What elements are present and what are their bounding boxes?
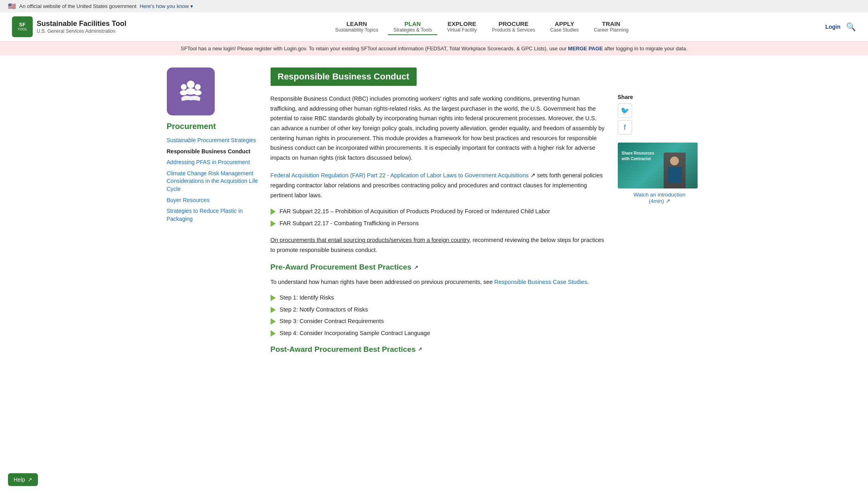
site-name: Sustainable Facilities Tool U.S. General… [37,19,127,35]
list-item: Step 1: Identify Risks [271,294,606,302]
play-arrow-icon [271,208,276,215]
content-sidebar: Share 🐦 f Share Resources with Contracto… [618,94,702,359]
sidebar-item-climate[interactable]: Climate Change Risk Management Considera… [167,170,259,193]
ext-link-icon: ↗ [418,346,422,352]
logo-icon: SF TOOL [12,16,33,37]
main-container: Procurement Sustainable Procurement Stra… [155,56,714,371]
nav-apply[interactable]: APPLY Case Studies [545,19,584,34]
merge-page-link[interactable]: MERGE PAGE [568,46,603,52]
sidebar-item-pfas[interactable]: Addressing PFAS in Procurement [167,159,250,167]
intro-paragraph: Responsible Business Conduct (RBC) inclu… [271,94,606,163]
list-item: Step 2: Notify Contractors of Risks [271,306,606,314]
nav-plan[interactable]: PLAN Strategies & Tools [388,19,438,35]
section2-heading: Post-Award Procurement Best Practices ↗ [271,345,606,354]
people-hands-icon [175,75,207,107]
header-right: Login 🔍 [825,22,856,32]
gov-banner: 🇺🇸 An official website of the United Sta… [0,0,868,12]
list-item: FAR Subpart 22.15 – Prohibition of Acqui… [271,207,606,216]
section2-title: Post-Award Procurement Best Practices [271,345,416,354]
nav-train[interactable]: TRAIN Career Planning [588,19,634,34]
play-arrow-icon [271,295,276,301]
list-item: Step 4: Consider Incorporating Sample Co… [271,329,606,338]
video-image: Share Resources with Contractor [618,143,698,188]
facebook-share-button[interactable]: f [618,120,632,135]
sidebar-nav: Sustainable Procurement Strategies Respo… [167,137,259,223]
twitter-share-button[interactable]: 🐦 [618,103,632,118]
steps-list: Step 1: Identify Risks Step 2: Notify Co… [271,294,606,338]
us-flag-icon: 🇺🇸 [8,2,16,10]
sourcing-note: On procurements that entail sourcing pro… [271,237,471,243]
svg-point-3 [180,90,187,95]
sidebar-item-sustainable-procurement[interactable]: Sustainable Procurement Strategies [167,137,256,145]
alert-text-before: SFTool has a new login! Please register … [181,46,568,52]
play-arrow-icon [271,318,276,325]
site-header: SF TOOL Sustainable Facilities Tool U.S.… [0,12,868,42]
procurement-icon [167,67,215,115]
section1-title: Pre-Award Procurement Best Practices [271,263,411,272]
ext-link-icon: ↗ [529,172,536,179]
case-studies-link[interactable]: Responsible Business Case Studies [494,279,587,285]
gov-banner-text: An official website of the United States… [19,3,136,9]
share-label: Share [618,94,702,100]
bullet-text-1: FAR Subpart 22.15 – Prohibition of Acqui… [280,207,550,216]
play-arrow-icon [271,307,276,313]
sidebar-item-buyer[interactable]: Buyer Resources [167,196,210,204]
video-link[interactable]: Watch an introduction (4min) ↗ [633,192,685,204]
sidebar-item-rbc[interactable]: Responsible Business Conduct [167,148,251,156]
video-caption: Watch an introduction (4min) ↗ [618,192,702,204]
svg-point-5 [194,90,202,95]
logo-area: SF TOOL Sustainable Facilities Tool U.S.… [12,16,127,37]
sidebar-item-plastic[interactable]: Strategies to Reduce Plastic in Packagin… [167,207,259,223]
far-link[interactable]: Federal Acquisition Regulation (FAR) Par… [271,172,529,179]
share-panel: Share 🐦 f [618,94,702,135]
bullet-text-2: FAR Subpart 22.17 - Combating Traffickin… [280,219,419,228]
far-paragraph: Federal Acquisition Regulation (FAR) Par… [271,171,606,200]
site-subtitle: U.S. General Services Administration [37,28,127,35]
svg-point-2 [181,84,186,90]
nav-procure[interactable]: PROCURE Products & Services [486,19,541,34]
content-main: Responsible Business Conduct (RBC) inclu… [271,94,606,359]
step-1: Step 1: Identify Risks [280,294,334,302]
ext-link-icon: ↗ [414,264,418,270]
alert-banner: SFTool has a new login! Please register … [0,42,868,56]
far-bullet-list: FAR Subpart 22.15 – Prohibition of Acqui… [271,207,606,228]
gov-banner-link[interactable]: Here's how you know ▾ [140,3,193,9]
section1-heading: Pre-Award Procurement Best Practices ↗ [271,263,606,272]
site-title: Sustainable Facilities Tool [37,19,127,28]
alert-text-after: after logging in to migrate your data. [603,46,688,52]
main-content: Responsible Business Conduct Responsible… [271,67,702,359]
step-4: Step 4: Consider Incorporating Sample Co… [280,329,430,338]
page-title: Responsible Business Conduct [271,67,417,86]
login-link[interactable]: Login [825,24,840,30]
main-nav: LEARN Sustainability Topics PLAN Strateg… [142,19,821,35]
step-2: Step 2: Notify Contractors of Risks [280,306,368,314]
content-body: Responsible Business Conduct (RBC) inclu… [271,94,702,359]
play-arrow-icon [271,220,276,227]
svg-point-4 [195,84,200,90]
video-person [664,153,686,188]
step-3: Step 3: Consider Contract Requirements [280,317,384,326]
person-head [670,157,679,165]
list-item: Step 3: Consider Contract Requirements [271,317,606,326]
sourcing-paragraph: On procurements that entail sourcing pro… [271,235,606,255]
section1-intro: To understand how human rights have been… [271,277,606,287]
search-button[interactable]: 🔍 [846,22,856,32]
list-item: FAR Subpart 22.17 - Combating Traffickin… [271,219,606,228]
nav-explore[interactable]: EXPLORE Virtual Facility [441,19,482,34]
play-arrow-icon [271,330,276,337]
person-body [668,167,682,183]
nav-learn[interactable]: LEARN Sustainability Topics [330,19,384,34]
section1-intro-end: . [587,279,589,285]
video-overlay-text: Share Resources with Contractor [622,151,654,162]
section1-intro-text: To understand how human rights have been… [271,279,494,285]
video-thumbnail[interactable]: Share Resources with Contractor [618,143,698,188]
svg-point-0 [187,81,194,88]
sidebar-title: Procurement [167,122,259,131]
sidebar: Procurement Sustainable Procurement Stra… [167,67,259,359]
